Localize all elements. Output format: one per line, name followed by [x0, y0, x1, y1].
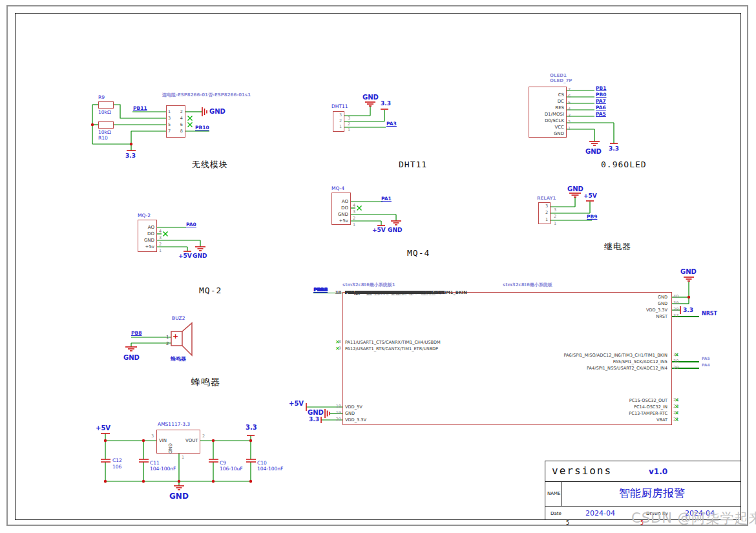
pin-name: VDD_3.3V — [345, 418, 366, 423]
oled-net-labels: PB1PB0 PA7PA6 PA5 — [596, 85, 606, 118]
relay-pin2-out: 2 — [554, 214, 556, 219]
r9-value: 10kΩ — [98, 110, 111, 115]
no-connect-icon: ✕ — [675, 417, 679, 423]
dht11-pin3-out: 3 — [348, 116, 350, 121]
stm32-header-left: stm32c8t6最小系统板1 — [342, 283, 395, 287]
mq4-caption: MQ-4 — [407, 249, 430, 257]
relay-wires — [551, 197, 592, 220]
net-label: PA5 — [702, 357, 710, 361]
mcu-v5-label: +5V — [289, 401, 304, 407]
pin-number: 19 — [331, 411, 341, 415]
pin-name: PC15-OSC32_OUT — [629, 399, 667, 403]
net-label-pb11: PB11 — [133, 106, 147, 111]
c9-value: 106-10uF — [220, 466, 243, 472]
dht11-v33-label: 3.3 — [381, 101, 391, 107]
buzzer-designator: BUZ2 — [172, 316, 185, 321]
c10-value: 104-100nF — [257, 466, 283, 472]
dht11-pin2-out: 2 — [348, 122, 350, 127]
pin-name: PA5/SPI1_SCK/ADC12_IN5 — [613, 360, 667, 364]
regulator-pin3-number: 3 — [151, 434, 154, 439]
mcu-v33-left-label: 3.3 — [309, 417, 319, 423]
pin-name: PC13-TAMPER-RTC — [629, 412, 667, 416]
r9-designator: R9 — [98, 95, 105, 100]
pin-name: PA4/SPI1_NSS/USART2_CK/ADC12_IN4 — [587, 366, 667, 371]
net-label-pa1: PA1 — [381, 196, 392, 202]
dht11-connector — [333, 111, 344, 132]
date-value: 2024-04 — [585, 510, 615, 517]
mq4-designator: MQ-4 — [331, 186, 344, 191]
regulator-vin-pin: VIN — [159, 439, 167, 443]
buzzer-gnd-symbol — [125, 347, 137, 351]
pin-number: 29 — [673, 366, 678, 370]
mq2-v5-label: +5V — [178, 253, 192, 259]
no-connect-icon: ✕ — [675, 398, 679, 403]
relay-gnd-label: GND — [567, 186, 583, 193]
esp8266-pins-right: 2 4 6 8 — [178, 109, 183, 134]
wireless-caption: 无线模块 — [192, 160, 228, 169]
net-label: NRST — [702, 311, 717, 317]
relay-connector — [538, 202, 551, 224]
no-connect-icon: ✕ — [675, 411, 679, 416]
mq4-gnd-label: GND — [388, 227, 402, 233]
relay-designator: RELAY1 — [537, 196, 556, 201]
gnd-flag-label: GND — [209, 109, 226, 115]
net-label-pa3: PA3 — [386, 121, 397, 127]
buzzer-caption: 蜂鸣器 — [191, 377, 220, 386]
dht11-caption: DHT11 — [399, 160, 427, 169]
net-label-pb8: PB8 — [131, 331, 142, 336]
pin-name: VBAT — [656, 418, 667, 423]
pin-name: GND — [345, 412, 355, 416]
c12-designator: C12 — [112, 458, 122, 463]
schematic-sheet: 连电阻-ESP8266-01否-ESP8266-01s1 R9 10kΩ 10k… — [0, 0, 756, 533]
buzzer-name-label: 蜂鸣器 — [171, 357, 186, 362]
mq4-v5-label: +5V — [372, 227, 386, 233]
buzzer-plus-sign: + — [173, 333, 178, 340]
r10-value: 10kΩ — [98, 130, 111, 135]
oled-caption: 0.96OLED — [601, 160, 647, 169]
buzzer-pin2: 2 — [166, 342, 169, 346]
pin-name: VDD_3.3V — [646, 308, 667, 313]
name-label: NAME — [547, 492, 561, 496]
pin-name: GND — [658, 295, 667, 300]
r9-resistor — [98, 101, 114, 109]
regulator-designator: AMS1117-3.3 — [158, 422, 190, 427]
wiring-layer — [0, 0, 756, 533]
oled-wires — [567, 90, 614, 143]
pin-number: 18 — [331, 404, 341, 409]
oled-v33-label: 3.3 — [609, 146, 619, 152]
version-value: v1.0 — [649, 468, 667, 476]
esp8266-header: 连电阻-ESP8266-01否-ESP8266-01s1 — [162, 93, 251, 98]
pin-name: NRST — [656, 315, 667, 319]
mcu-gnd-left-label: GND — [308, 410, 324, 416]
power-gnd-label: GND — [169, 492, 189, 500]
mq2-pin-numbers: 43 21 — [159, 228, 164, 254]
esp8266-pins-left: 1 3 5 7 — [168, 109, 173, 134]
project-name: 智能厨房报警 — [562, 488, 742, 499]
r10-designator: R10 — [98, 136, 108, 141]
regulator-gnd-pin: GND — [167, 443, 172, 454]
no-connect-icon: ✕ — [335, 346, 340, 351]
v33-flag-label: 3.3 — [125, 153, 136, 159]
net-label-pb9: PB9 — [587, 214, 597, 220]
versions-label: versions — [552, 466, 612, 476]
date-label: Date — [551, 512, 562, 516]
buzzer-pin1: 1 — [166, 335, 169, 340]
net-label: PA4 — [702, 363, 710, 367]
relay-pin3-out: 3 — [554, 208, 556, 213]
csdn-watermark: CSDN @阿柒学起来 — [631, 512, 756, 525]
mq2-gnd-label: GND — [193, 253, 207, 259]
c12-value: 106 — [112, 465, 121, 470]
sheet-page-number: 5 — [566, 521, 569, 526]
relay-pin1: 1 — [545, 218, 548, 222]
c11-designator: C11 — [150, 461, 160, 466]
regulator-pin2-number: 2 — [202, 434, 205, 439]
pin-name: VDD_5V — [345, 405, 362, 410]
pin-number: 17 — [331, 291, 341, 295]
c11-value: 104-100nF — [150, 466, 176, 472]
dht11-pin1-out: 1 — [348, 128, 350, 132]
oled-designator: OLED1 — [550, 74, 567, 78]
pin-number: 40 — [673, 295, 678, 299]
mq2-pin-names: AODO GND+5v — [139, 224, 154, 250]
net-label: PB9 — [313, 287, 328, 293]
relay-caption: 继电器 — [604, 242, 631, 251]
